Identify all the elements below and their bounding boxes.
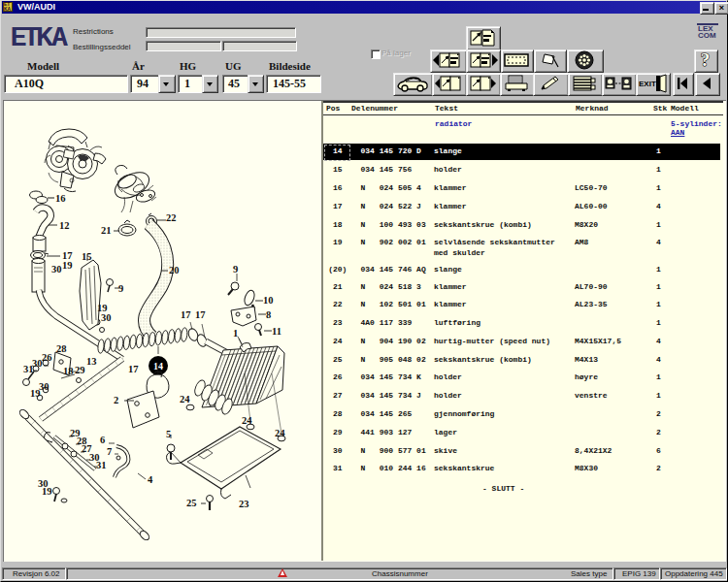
svg-text:19: 19 [62, 260, 73, 271]
svg-text:10: 10 [263, 295, 274, 306]
svg-text:20: 20 [169, 265, 180, 275]
svg-text:30: 30 [51, 264, 62, 275]
svg-text:1: 1 [233, 328, 238, 339]
svg-text:17: 17 [181, 309, 191, 320]
svg-text:5: 5 [166, 429, 171, 439]
svg-text:16: 16 [55, 193, 66, 204]
svg-text:25: 25 [186, 498, 197, 508]
svg-text:29: 29 [75, 365, 85, 375]
svg-text:9: 9 [118, 283, 123, 294]
svg-text:4: 4 [148, 474, 153, 485]
svg-text:2: 2 [114, 395, 118, 405]
svg-text:24: 24 [275, 428, 285, 438]
svg-text:14: 14 [153, 361, 163, 372]
svg-text:?: ? [701, 50, 711, 70]
svg-text:9: 9 [233, 264, 238, 275]
svg-text:13: 13 [86, 356, 97, 367]
svg-text:21: 21 [101, 225, 112, 236]
svg-text:11: 11 [272, 326, 281, 337]
svg-text:12: 12 [59, 220, 70, 231]
svg-text:EXIT: EXIT [639, 80, 656, 88]
svg-text:8: 8 [266, 309, 271, 320]
svg-text:6: 6 [100, 435, 105, 445]
svg-text:17: 17 [128, 364, 139, 374]
svg-text:31: 31 [96, 460, 107, 470]
svg-text:24: 24 [242, 415, 252, 426]
svg-text:28: 28 [56, 343, 67, 354]
svg-text:19: 19 [42, 486, 52, 497]
svg-text:31: 31 [23, 364, 34, 374]
svg-text:26: 26 [42, 352, 52, 363]
svg-text:24: 24 [180, 394, 190, 404]
svg-text:19: 19 [30, 388, 41, 399]
svg-text:23: 23 [239, 499, 249, 509]
svg-text:15: 15 [82, 251, 92, 262]
svg-text:7: 7 [107, 446, 112, 457]
svg-text:30: 30 [32, 358, 43, 369]
svg-text:17: 17 [195, 309, 206, 320]
svg-text:18: 18 [63, 366, 74, 376]
svg-text:30: 30 [101, 312, 112, 323]
svg-text:30: 30 [39, 381, 50, 392]
svg-text:22: 22 [166, 212, 177, 223]
